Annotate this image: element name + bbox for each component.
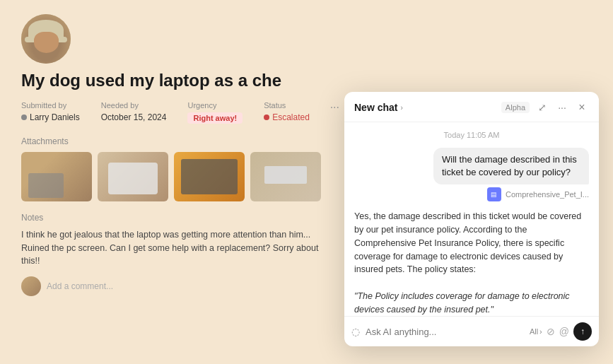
urgency-badge: Right away!	[187, 112, 243, 124]
commenter-avatar	[21, 276, 41, 296]
attachment-thumb-4[interactable]	[250, 152, 321, 201]
attachments-row	[21, 152, 339, 201]
file-attachment: ▤ Comprehensive_Pet_I...	[433, 187, 589, 201]
needed-by-label: Needed by	[101, 101, 167, 110]
chat-input-right: All › ⊘ @ ↑	[530, 322, 592, 341]
more-options-button[interactable]: ···	[330, 101, 339, 114]
user-message-group: Will the damage described in this ticket…	[433, 148, 589, 201]
external-link-icon[interactable]: ⤢	[535, 100, 549, 115]
avatar	[21, 14, 71, 64]
submitted-by-value: Larry Daniels	[21, 112, 80, 122]
ticket-panel: My dog used my laptop as a che Submitted…	[0, 0, 361, 364]
more-options-icon[interactable]: ···	[555, 100, 569, 115]
user-message-wrap: Will the damage described in this ticket…	[354, 148, 589, 201]
all-dropdown[interactable]: All ›	[530, 327, 542, 336]
add-comment-placeholder: Add a comment...	[47, 281, 113, 291]
attachments-label: Attachments	[21, 136, 339, 146]
at-icon[interactable]: @	[559, 326, 569, 337]
status-badge: Escalated	[272, 112, 310, 122]
chat-title-area[interactable]: New chat ›	[354, 102, 403, 113]
user-bubble: Will the damage described in this ticket…	[433, 148, 589, 184]
ai-response-text-1: Yes, the damage described in this ticket…	[354, 211, 581, 274]
chat-input-area: ◌ All › ⊘ @ ↑	[344, 316, 599, 346]
chat-header: New chat › Alpha ⤢ ··· ×	[344, 92, 599, 122]
attachment-thumb-2[interactable]	[98, 152, 168, 201]
status-group: Status Escalated	[264, 101, 310, 122]
urgency-label: Urgency	[187, 101, 243, 110]
submitted-by-group: Submitted by Larry Daniels	[21, 101, 80, 122]
ticket-title: My dog used my laptop as a che	[21, 71, 339, 91]
all-label: All	[530, 327, 538, 336]
needed-by-value: October 15, 2024	[101, 112, 167, 122]
author-name: Larry Daniels	[30, 112, 80, 122]
notes-label: Notes	[21, 213, 339, 223]
attachment-thumb-3[interactable]	[174, 152, 245, 201]
chat-header-right: Alpha ⤢ ··· ×	[501, 100, 589, 115]
status-label: Status	[264, 101, 310, 110]
attachment-thumb-1[interactable]	[21, 152, 92, 201]
chat-alpha-badge: Alpha	[501, 102, 530, 113]
send-icon: ↑	[580, 327, 585, 336]
status-dot	[264, 115, 269, 120]
file-name: Comprehensive_Pet_I...	[506, 190, 589, 199]
file-icon-symbol: ▤	[491, 191, 497, 198]
all-chevron-icon: ›	[539, 327, 542, 336]
chat-messages: Today 11:05 AM Will the damage described…	[344, 122, 599, 316]
author-dot	[21, 115, 27, 120]
ticket-meta: Submitted by Larry Daniels Needed by Oct…	[21, 101, 339, 124]
ai-quote: "The Policy includes coverage for damage…	[354, 291, 570, 315]
needed-by-group: Needed by October 15, 2024	[101, 101, 167, 122]
chat-panel: New chat › Alpha ⤢ ··· × Today 11:05 AM …	[344, 92, 599, 346]
send-button[interactable]: ↑	[573, 322, 592, 341]
chat-timestamp: Today 11:05 AM	[354, 131, 589, 139]
notes-text: I think he got jealous that the laptop w…	[21, 228, 339, 268]
chat-chevron-icon: ›	[400, 104, 402, 112]
paperclip-icon[interactable]: ⊘	[547, 326, 555, 337]
attachments-section: Attachments	[21, 136, 339, 201]
notes-section: Notes I think he got jealous that the la…	[21, 213, 339, 268]
file-icon: ▤	[487, 187, 501, 201]
chat-input-left-icon: ◌	[351, 326, 360, 337]
chat-title: New chat	[354, 102, 397, 113]
chat-input[interactable]	[366, 327, 524, 337]
close-icon[interactable]: ×	[575, 100, 589, 115]
urgency-group: Urgency Right away!	[187, 101, 243, 124]
submitted-by-label: Submitted by	[21, 101, 80, 110]
ai-response: Yes, the damage described in this ticket…	[354, 210, 589, 316]
status-value: Escalated	[264, 112, 310, 122]
add-comment-area[interactable]: Add a comment...	[21, 276, 339, 296]
